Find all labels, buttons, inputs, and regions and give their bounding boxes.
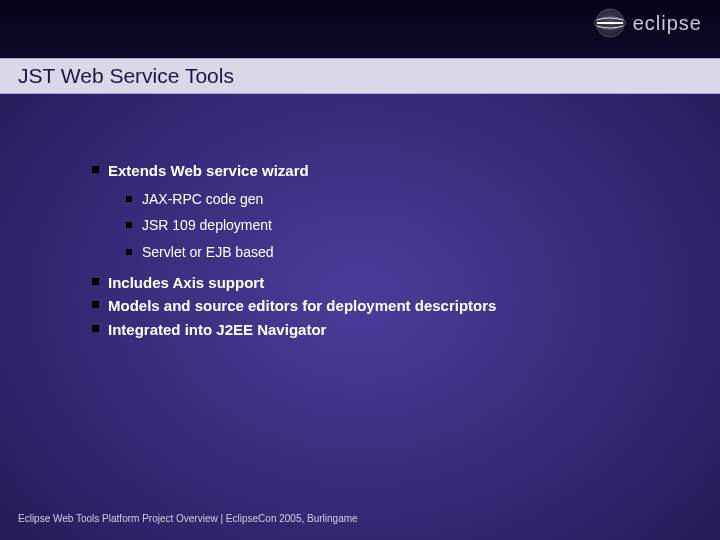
eclipse-logo-icon (593, 6, 627, 40)
slide-content: Extends Web service wizard JAX-RPC code … (92, 160, 690, 343)
eclipse-logo: eclipse (593, 6, 702, 40)
slide-title: JST Web Service Tools (18, 64, 234, 88)
bullet-level2: Servlet or EJB based (126, 239, 690, 266)
logo-text: eclipse (633, 12, 702, 35)
bullet-level1: Extends Web service wizard (92, 160, 690, 182)
title-band: JST Web Service Tools (0, 58, 720, 94)
bullet-level1: Models and source editors for deployment… (92, 295, 690, 317)
bullet-level2: JSR 109 deployment (126, 212, 690, 239)
bullet-level1: Integrated into J2EE Navigator (92, 319, 690, 341)
bullet-level1: Includes Axis support (92, 272, 690, 294)
header-band: eclipse (0, 0, 720, 58)
sub-bullet-group: JAX-RPC code gen JSR 109 deployment Serv… (92, 186, 690, 266)
footer-text: Eclipse Web Tools Platform Project Overv… (18, 513, 358, 524)
bullet-level2: JAX-RPC code gen (126, 186, 690, 213)
